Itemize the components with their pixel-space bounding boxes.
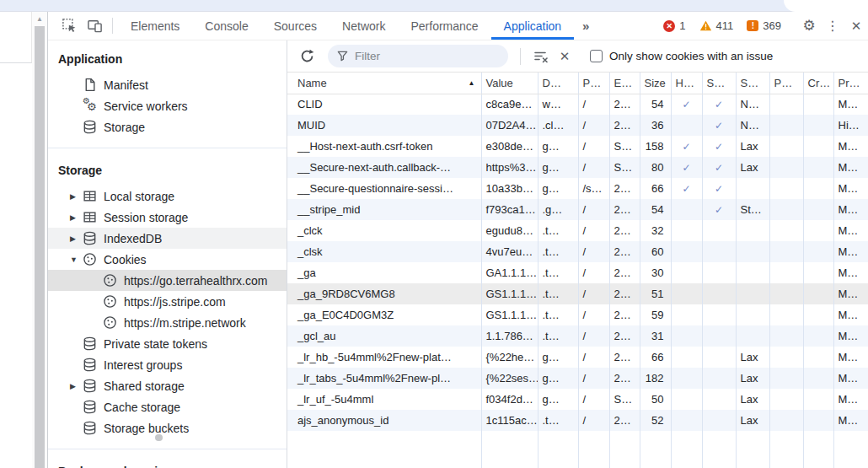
cell-priority[interactable]: M… <box>833 410 868 431</box>
cell-cross_site[interactable] <box>803 94 833 115</box>
column-header-path[interactable]: P… <box>578 73 609 94</box>
cell-same_site[interactable]: St… <box>736 199 769 220</box>
refresh-button[interactable] <box>296 46 318 67</box>
column-header-size[interactable]: Size <box>640 73 671 94</box>
cell-name[interactable]: _lr_hb_-5u4mml%2Fnew-plat… <box>287 347 481 368</box>
cell-path[interactable]: / <box>578 199 609 220</box>
cell-name[interactable]: _ga <box>287 262 481 283</box>
cell-domain[interactable]: g… <box>538 157 578 178</box>
cell-cross_site[interactable] <box>803 136 833 157</box>
cell-secure[interactable]: ✓ <box>702 115 736 136</box>
cell-partition_key[interactable] <box>769 347 803 368</box>
sidebar-item-indexeddb[interactable]: ▶IndexedDB <box>48 228 287 249</box>
tab-network[interactable]: Network <box>330 12 398 40</box>
more-tabs-button[interactable]: » <box>574 12 596 40</box>
column-header-http_only[interactable]: H… <box>671 73 702 94</box>
filter-input[interactable] <box>355 50 500 62</box>
cell-cross_site[interactable] <box>803 262 833 283</box>
cell-value[interactable]: GS1.1.1… <box>481 304 538 325</box>
cell-http_only[interactable] <box>671 410 702 431</box>
cell-same_site[interactable] <box>736 304 769 325</box>
sidebar-item-storage[interactable]: Storage <box>48 116 287 137</box>
cell-cross_site[interactable] <box>803 199 833 220</box>
cell-domain[interactable]: .t… <box>538 262 578 283</box>
cell-priority[interactable]: Hi… <box>833 115 868 136</box>
cell-http_only[interactable] <box>671 241 702 262</box>
cell-domain[interactable]: .t… <box>538 410 578 431</box>
cell-partition_key[interactable] <box>769 325 803 347</box>
cell-http_only[interactable] <box>671 368 702 389</box>
cell-same_site[interactable] <box>736 262 769 283</box>
chevron-down-icon[interactable]: ▼ <box>70 256 82 264</box>
cell-secure[interactable]: ✓ <box>702 136 736 157</box>
cell-same_site[interactable]: Lax <box>736 368 769 389</box>
cell-value[interactable]: https%3… <box>481 157 538 178</box>
cell-size[interactable]: 66 <box>640 178 671 199</box>
cell-secure[interactable]: ✓ <box>702 94 736 115</box>
cell-cross_site[interactable] <box>803 389 833 410</box>
table-row-ajs-anonymous-id[interactable]: ajs_anonymous_id1c115ac….t…/2…52LaxM… <box>287 410 868 431</box>
cell-priority[interactable]: M… <box>833 283 868 304</box>
table-row-host-next-auth-csrf-token[interactable]: __Host-next-auth.csrf-tokene308de…g…/S…1… <box>287 136 868 157</box>
tab-elements[interactable]: Elements <box>118 12 192 40</box>
cell-expires[interactable]: 2… <box>609 199 640 220</box>
column-header-expires[interactable]: E… <box>609 73 640 94</box>
device-toolbar-button[interactable] <box>82 12 107 40</box>
cell-domain[interactable]: g… <box>538 368 578 389</box>
tab-sources[interactable]: Sources <box>261 12 330 40</box>
cell-path[interactable]: / <box>578 410 609 431</box>
table-row-secure-questionnaire-sessi[interactable]: __Secure-questionnaire-sessi…10a33b…g…/s… <box>287 178 868 199</box>
cell-cross_site[interactable] <box>803 283 833 304</box>
cell-http_only[interactable]: ✓ <box>671 178 702 199</box>
cell-expires[interactable]: 2… <box>609 241 640 262</box>
cell-domain[interactable]: .t… <box>538 325 578 347</box>
cell-cross_site[interactable] <box>803 410 833 431</box>
cell-path[interactable]: / <box>578 304 609 325</box>
cell-domain[interactable]: w… <box>538 94 578 115</box>
cell-name[interactable]: _gcl_au <box>287 325 481 347</box>
cell-value[interactable]: 10a33b… <box>481 178 538 199</box>
cell-expires[interactable]: 2… <box>609 304 640 325</box>
cell-name[interactable]: __Secure-questionnaire-sessi… <box>287 178 481 199</box>
cell-size[interactable]: 52 <box>640 410 671 431</box>
table-row-clck[interactable]: _clckegudu8….t…/2…32M… <box>287 220 868 241</box>
cell-value[interactable]: 1.1.786… <box>481 325 538 347</box>
cell-expires[interactable]: 2… <box>609 347 640 368</box>
cell-expires[interactable]: 2… <box>609 262 640 283</box>
cell-value[interactable]: f793ca1… <box>481 199 538 220</box>
cell-name[interactable]: ajs_anonymous_id <box>287 410 481 431</box>
cell-size[interactable]: 30 <box>640 262 671 283</box>
cell-partition_key[interactable] <box>769 262 803 283</box>
cell-http_only[interactable] <box>671 325 702 347</box>
cell-name[interactable]: _clsk <box>287 241 481 262</box>
cell-value[interactable]: GA1.1.1… <box>481 262 538 283</box>
cell-path[interactable]: / <box>578 220 609 241</box>
cell-cross_site[interactable] <box>803 157 833 178</box>
sidebar-item-storage-buckets[interactable]: Storage buckets <box>48 417 287 438</box>
cell-domain[interactable]: g… <box>538 347 578 368</box>
cell-name[interactable]: _clck <box>287 220 481 241</box>
cell-size[interactable]: 182 <box>640 368 671 389</box>
sidebar-scrollbar-thumb[interactable] <box>155 434 163 441</box>
cell-size[interactable]: 60 <box>640 241 671 262</box>
cell-name[interactable]: _ga_9RD8CV6MG8 <box>287 283 481 304</box>
cell-domain[interactable]: .t… <box>538 283 578 304</box>
cell-secure[interactable] <box>702 241 736 262</box>
cell-priority[interactable]: M… <box>833 325 868 347</box>
settings-button[interactable]: ⚙ <box>797 17 821 35</box>
scrollbar-up-arrow-icon[interactable]: ▲ <box>32 12 47 25</box>
cell-size[interactable]: 50 <box>640 389 671 410</box>
cell-partition_key[interactable] <box>769 283 803 304</box>
sidebar-item-https-go-terrahealthrx-com[interactable]: https://go.terrahealthrx.com <box>48 270 287 291</box>
cell-value[interactable]: e308de… <box>481 136 538 157</box>
cell-expires[interactable]: S… <box>609 389 640 410</box>
cell-expires[interactable]: 2… <box>609 325 640 347</box>
cell-cross_site[interactable] <box>803 368 833 389</box>
cell-value[interactable]: 07D2A4… <box>481 115 538 136</box>
cell-cross_site[interactable] <box>803 347 833 368</box>
cell-partition_key[interactable] <box>769 178 803 199</box>
cell-secure[interactable] <box>702 410 736 431</box>
cell-expires[interactable]: 2… <box>609 410 640 431</box>
cell-partition_key[interactable] <box>769 94 803 115</box>
errors-badge[interactable]: ✕ 1 <box>663 19 685 32</box>
